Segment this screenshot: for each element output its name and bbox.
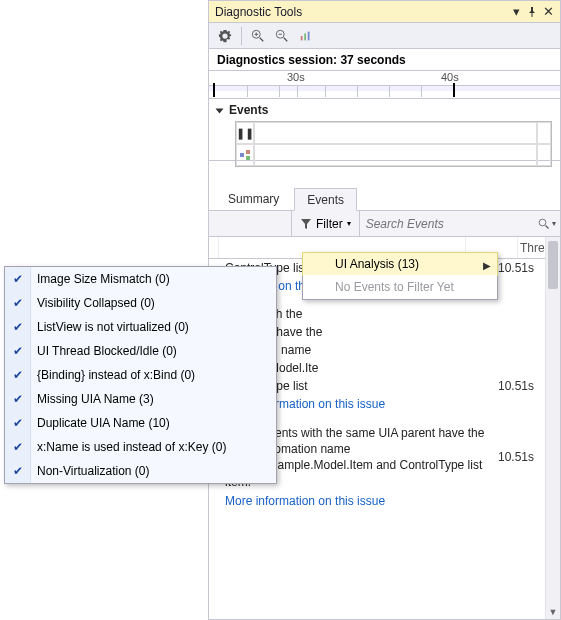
title-bar: Diagnostic Tools ▾ ✕ [209,1,560,23]
submenu-item[interactable]: ✔Non-Virtualization (0) [5,459,276,483]
dropdown-caret-icon: ▾ [347,219,351,228]
more-info-link[interactable]: More information on this issue [225,494,385,508]
check-icon: ✔ [11,320,25,334]
ui-analysis-submenu: ✔Image Size Mismatch (0) ✔Visibility Col… [4,266,277,484]
check-icon: ✔ [11,416,25,430]
timeline-ruler[interactable]: 30s 40s [209,71,560,99]
menu-item-ui-analysis[interactable]: UI Analysis (13) ▶ [302,252,498,276]
filter-button[interactable]: Filter ▾ [291,211,360,237]
window-menu-dropdown-icon[interactable]: ▾ [508,4,524,20]
zoom-in-icon[interactable] [246,25,270,47]
svg-rect-10 [240,153,244,157]
check-icon: ✔ [11,272,25,286]
submenu-arrow-icon: ▶ [483,260,491,271]
menu-item-no-events: No Events to Filter Yet [303,275,497,299]
session-header: Diagnostics session: 37 seconds [209,49,560,71]
funnel-icon [300,218,312,230]
scrollbar-thumb[interactable] [548,241,558,289]
svg-line-5 [284,37,288,41]
ruler-tick-40s: 40s [441,71,459,83]
session-value: 37 seconds [340,53,405,67]
filter-dropdown-menu: UI Analysis (13) ▶ No Events to Filter Y… [302,252,498,300]
check-icon: ✔ [11,392,25,406]
submenu-item[interactable]: ✔Image Size Mismatch (0) [5,267,276,291]
check-icon: ✔ [11,344,25,358]
svg-rect-12 [246,156,250,160]
tab-strip: Summary Events [209,187,560,211]
svg-line-1 [260,37,264,41]
zoom-out-icon[interactable] [270,25,294,47]
chart-icon[interactable] [294,25,318,47]
submenu-item[interactable]: ✔x:Name is used instead of x:Key (0) [5,435,276,459]
search-input[interactable] [364,216,536,232]
submenu-item[interactable]: ✔Duplicate UIA Name (10) [5,411,276,435]
svg-point-13 [539,219,546,226]
table-row[interactable]: More information on this issue [209,492,544,510]
pin-icon[interactable] [524,4,540,20]
svg-rect-11 [246,150,250,154]
tab-events[interactable]: Events [294,188,357,211]
events-band: Events ❚❚ [209,99,560,161]
window-title: Diagnostic Tools [213,5,508,19]
svg-rect-8 [304,33,306,40]
pause-icon[interactable]: ❚❚ [236,122,254,144]
scroll-down-icon[interactable]: ▼ [546,604,560,619]
svg-line-14 [546,225,549,228]
search-icon[interactable] [536,216,552,232]
session-label: Diagnostics session: [217,53,337,67]
filter-label: Filter [316,217,343,231]
svg-rect-9 [308,31,310,40]
filter-row: Filter ▾ ▾ [209,211,560,237]
events-band-grid: ❚❚ [235,121,552,167]
submenu-item[interactable]: ✔ListView is not virtualized (0) [5,315,276,339]
check-icon: ✔ [11,464,25,478]
check-icon: ✔ [11,296,25,310]
search-box[interactable]: ▾ [360,211,560,237]
ruler-tick-30s: 30s [287,71,305,83]
close-icon[interactable]: ✕ [540,4,556,20]
check-icon: ✔ [11,368,25,382]
search-dropdown-icon[interactable]: ▾ [552,219,556,228]
submenu-item[interactable]: ✔Visibility Collapsed (0) [5,291,276,315]
intellitrace-icon[interactable] [236,144,254,166]
toolbar [209,23,560,49]
submenu-item[interactable]: ✔UI Thread Blocked/Idle (0) [5,339,276,363]
vertical-scrollbar[interactable]: ▲ ▼ [545,237,560,619]
check-icon: ✔ [11,440,25,454]
settings-gear-icon[interactable] [213,25,237,47]
svg-rect-7 [301,36,303,40]
submenu-item[interactable]: ✔Missing UIA Name (3) [5,387,276,411]
submenu-item[interactable]: ✔{Binding} instead of x:Bind (0) [5,363,276,387]
tab-summary[interactable]: Summary [215,187,292,210]
events-band-header[interactable]: Events [217,103,552,117]
